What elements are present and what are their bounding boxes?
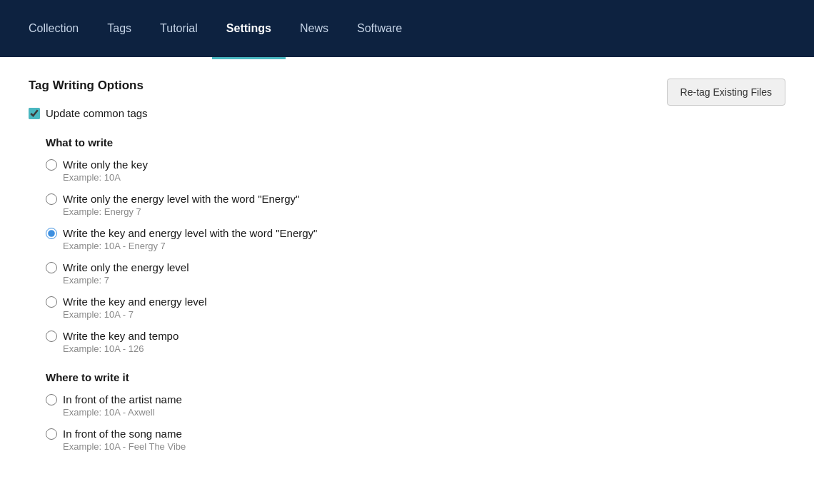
radio-write-key-energy-label[interactable]: Write the key and energy level	[63, 296, 207, 308]
where-example-1: Example: 10A - Feel The Vibe	[63, 441, 785, 452]
radio-example-3: Example: 7	[63, 275, 785, 286]
radio-artist-name[interactable]	[46, 394, 57, 405]
radio-option-5: Write the key and tempo Example: 10A - 1…	[46, 330, 785, 354]
nav-news[interactable]: News	[286, 0, 343, 59]
where-option-1: In front of the song name Example: 10A -…	[46, 428, 785, 452]
nav-software[interactable]: Software	[343, 0, 416, 59]
radio-write-key-only-label[interactable]: Write only the key	[63, 158, 148, 171]
radio-write-key-energy[interactable]	[46, 296, 57, 308]
radio-write-key-energy-word-label[interactable]: Write the key and energy level with the …	[63, 227, 317, 239]
radio-song-name[interactable]	[46, 428, 57, 440]
update-common-tags-row: Update common tags	[29, 107, 785, 119]
radio-example-0: Example: 10A	[63, 172, 785, 183]
nav-settings[interactable]: Settings	[212, 0, 286, 59]
radio-example-5: Example: 10A - 126	[63, 343, 785, 354]
radio-song-name-label[interactable]: In front of the song name	[63, 428, 182, 440]
radio-option-2: Write the key and energy level with the …	[46, 227, 785, 251]
where-to-write-title: Where to write it	[46, 371, 785, 383]
radio-write-energy-word[interactable]	[46, 193, 57, 205]
update-common-tags-checkbox[interactable]	[29, 108, 40, 119]
radio-write-energy-only-label[interactable]: Write only the energy level	[63, 261, 189, 273]
radio-option-3: Write only the energy level Example: 7	[46, 261, 785, 286]
radio-option-4: Write the key and energy level Example: …	[46, 296, 785, 320]
where-option-0: In front of the artist name Example: 10A…	[46, 393, 785, 418]
radio-option-1: Write only the energy level with the wor…	[46, 193, 785, 217]
navbar: Collection Tags Tutorial Settings News S…	[0, 0, 814, 57]
radio-artist-name-label[interactable]: In front of the artist name	[63, 393, 182, 405]
what-to-write-title: What to write	[46, 136, 785, 148]
radio-write-energy-word-label[interactable]: Write only the energy level with the wor…	[63, 193, 299, 205]
nav-tags[interactable]: Tags	[93, 0, 146, 59]
radio-write-key-only[interactable]	[46, 159, 57, 171]
nav-tutorial[interactable]: Tutorial	[146, 0, 212, 59]
radio-example-2: Example: 10A - Energy 7	[63, 241, 785, 251]
main-content: Tag Writing Options Re-tag Existing File…	[0, 57, 814, 483]
retag-button[interactable]: Re-tag Existing Files	[667, 79, 785, 106]
nav-collection[interactable]: Collection	[14, 0, 93, 59]
radio-example-1: Example: Energy 7	[63, 206, 785, 217]
radio-write-energy-only[interactable]	[46, 262, 57, 273]
radio-write-key-tempo[interactable]	[46, 331, 57, 342]
radio-option-0: Write only the key Example: 10A	[46, 158, 785, 183]
radio-write-key-energy-word[interactable]	[46, 228, 57, 239]
radio-write-key-tempo-label[interactable]: Write the key and tempo	[63, 330, 179, 342]
where-section: Where to write it In front of the artist…	[29, 371, 785, 452]
where-example-0: Example: 10A - Axwell	[63, 407, 785, 418]
update-common-tags-label[interactable]: Update common tags	[46, 107, 148, 119]
radio-example-4: Example: 10A - 7	[63, 309, 785, 320]
